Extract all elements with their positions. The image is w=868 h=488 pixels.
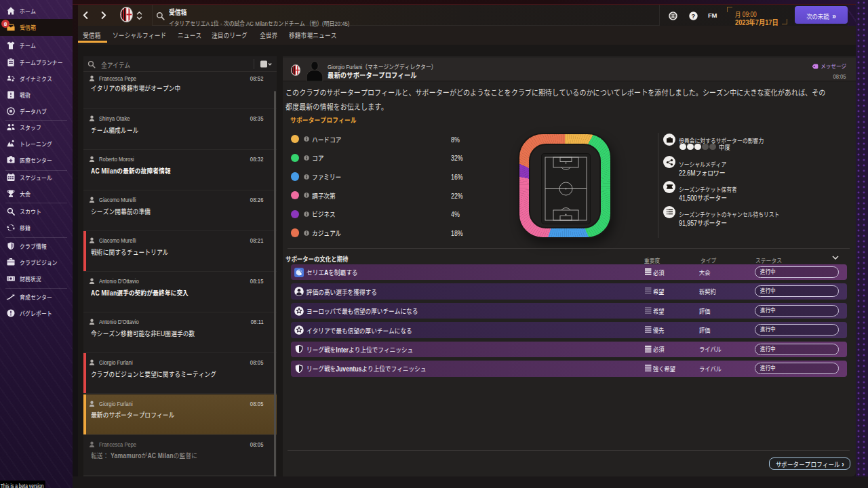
svg-text:?: ? — [692, 12, 696, 20]
